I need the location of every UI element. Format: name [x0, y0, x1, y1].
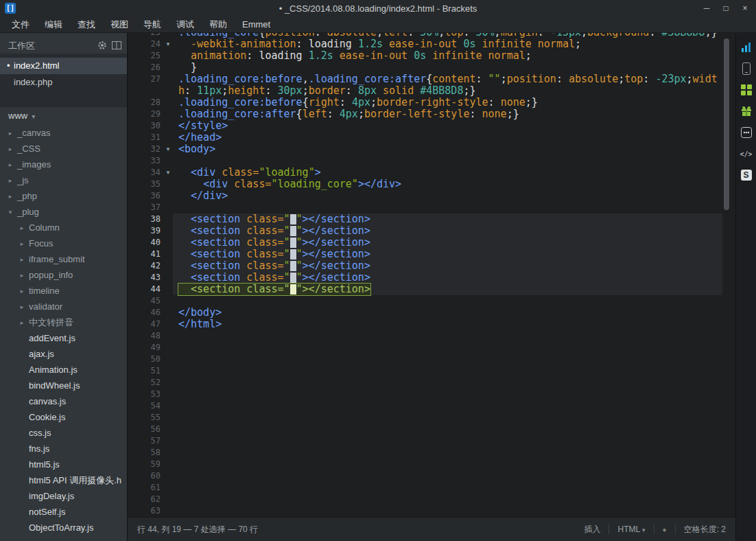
code-line[interactable]: 41 <section class=""></section>	[128, 249, 735, 260]
project-dropdown[interactable]: www▾	[0, 107, 127, 125]
tree-file-item[interactable]: canvas.js	[0, 393, 127, 409]
code-line[interactable]: 61	[128, 482, 735, 494]
code-line[interactable]: 55	[128, 412, 735, 424]
tree-folder-item[interactable]: ▸validator	[0, 299, 127, 314]
code-line[interactable]: 30</style>	[128, 120, 735, 132]
menu-find[interactable]: 查找	[70, 16, 103, 33]
code-line[interactable]: 38 <section class=""></section>	[128, 214, 735, 225]
code-line[interactable]: 26 }	[128, 62, 735, 73]
code-line[interactable]: 42 <section class=""></section>	[128, 260, 735, 272]
code-line[interactable]: 39 <section class=""></section>	[128, 225, 735, 237]
code-line[interactable]: 56	[128, 424, 735, 435]
tree-folder-item[interactable]: ▸Focus	[0, 235, 127, 251]
code-line[interactable]: 47</html>	[128, 319, 735, 330]
disclosure-triangle-icon[interactable]: ▸	[19, 240, 25, 247]
code-line[interactable]: 37	[128, 202, 735, 214]
snippets-icon[interactable]: S	[740, 169, 753, 181]
code-line[interactable]: 35 <div class="loading_core"></div>	[128, 179, 735, 190]
maximize-button[interactable]: □	[716, 0, 735, 16]
code-tag-icon[interactable]: </>	[740, 148, 753, 160]
code-line[interactable]: 29.loading_core:after{left: 4px;border-l…	[128, 108, 735, 120]
code-line[interactable]: 60	[128, 470, 735, 482]
tree-folder-item[interactable]: ▸_php	[0, 188, 127, 204]
tree-folder-item[interactable]: ▸_canvas	[0, 125, 127, 141]
code-line[interactable]: 34▼ <div class="loading">	[128, 167, 735, 179]
code-line[interactable]: 49	[128, 342, 735, 354]
minimize-button[interactable]: ─	[697, 0, 716, 16]
fold-arrow-icon[interactable]: ▼	[163, 38, 173, 50]
code-line[interactable]: 27.loading_core:before,.loading_core:aft…	[128, 73, 735, 97]
code-line[interactable]: 50	[128, 354, 735, 365]
tree-file-item[interactable]: Animation.js	[0, 362, 127, 378]
working-file-item[interactable]: index.php	[0, 74, 127, 91]
close-button[interactable]: ×	[735, 0, 755, 16]
fold-arrow-icon[interactable]: ▼	[163, 143, 173, 155]
code-line[interactable]: 63	[128, 505, 735, 517]
disclosure-triangle-icon[interactable]: ▾	[7, 209, 14, 216]
code-line[interactable]: 45	[128, 295, 735, 307]
code-line[interactable]: 62	[128, 494, 735, 505]
tree-file-item[interactable]: imgDelay.js	[0, 488, 127, 504]
tree-folder-item[interactable]: ▾_plug	[0, 204, 127, 220]
menu-emmet[interactable]: Emmet	[235, 16, 278, 33]
language-selector[interactable]: HTML ▾	[617, 525, 645, 534]
code-line[interactable]: 53	[128, 389, 735, 400]
code-line[interactable]: 28.loading_core:before{right: 4px;border…	[128, 97, 735, 108]
tree-file-item[interactable]: ObjectToArray.js	[0, 520, 127, 536]
extensions-grid-icon[interactable]	[740, 84, 753, 96]
tree-file-item[interactable]: bindWheel.js	[0, 378, 127, 393]
code-line[interactable]: 57	[128, 435, 735, 447]
disclosure-triangle-icon[interactable]: ▸	[7, 193, 14, 200]
disclosure-triangle-icon[interactable]: ▸	[19, 303, 25, 310]
tree-folder-item[interactable]: ▸timeline	[0, 283, 127, 299]
tree-folder-item[interactable]: ▸iframe_submit	[0, 251, 127, 267]
package-icon[interactable]	[740, 126, 753, 139]
disclosure-triangle-icon[interactable]: ▸	[7, 177, 14, 184]
code-line[interactable]: 52	[128, 377, 735, 389]
insert-mode-indicator[interactable]: 插入	[584, 524, 600, 536]
disclosure-triangle-icon[interactable]: ▸	[7, 130, 14, 137]
code-line[interactable]: 46</body>	[128, 307, 735, 319]
menu-view[interactable]: 视图	[103, 16, 136, 33]
phone-icon[interactable]	[740, 62, 753, 75]
tree-file-item[interactable]: addEvent.js	[0, 330, 127, 346]
code-line[interactable]: 58	[128, 447, 735, 459]
gift-icon[interactable]	[740, 105, 753, 117]
tree-file-item[interactable]: ajax.js	[0, 346, 127, 362]
disclosure-triangle-icon[interactable]: ▸	[7, 161, 14, 168]
working-file-item[interactable]: •index2.html	[0, 58, 127, 74]
chart-icon[interactable]	[740, 41, 753, 54]
menu-help[interactable]: 帮助	[202, 16, 235, 33]
code-editor[interactable]: 23.loading_core{position: absolute;left:…	[128, 33, 735, 517]
scrollbar-thumb[interactable]	[724, 38, 729, 210]
disclosure-triangle-icon[interactable]: ▸	[19, 319, 25, 326]
code-line[interactable]: 31</head>	[128, 132, 735, 143]
editor-scrollbar[interactable]	[722, 33, 731, 517]
code-line[interactable]: 36 </div>	[128, 190, 735, 202]
tree-folder-item[interactable]: ▸popup_info	[0, 267, 127, 283]
code-line[interactable]: 54	[128, 400, 735, 412]
code-line[interactable]: 51	[128, 365, 735, 377]
disclosure-triangle-icon[interactable]: ▸	[19, 272, 25, 279]
indent-value[interactable]: 2	[721, 525, 726, 534]
tree-file-item[interactable]: html5 API 调用摄像头.h	[0, 472, 127, 488]
menu-navigate[interactable]: 导航	[136, 16, 169, 33]
tree-folder-item[interactable]: ▸_js	[0, 172, 127, 188]
split-view-icon[interactable]	[112, 41, 121, 51]
code-line[interactable]: 40 <section class=""></section>	[128, 237, 735, 249]
code-line[interactable]: 59	[128, 459, 735, 470]
menu-edit[interactable]: 编辑	[37, 16, 70, 33]
tree-folder-item[interactable]: ▸_CSS	[0, 141, 127, 157]
code-line[interactable]: 32▼<body>	[128, 143, 735, 155]
disclosure-triangle-icon[interactable]: ▸	[19, 225, 25, 231]
code-line[interactable]: 33	[128, 155, 735, 167]
tree-folder-item[interactable]: ▸中文转拼音	[0, 314, 127, 330]
tree-folder-item[interactable]: ▸Column	[0, 220, 127, 235]
lint-status-icon[interactable]: ●	[663, 526, 667, 533]
code-line[interactable]: 24▼ -webkit-animation: loading 1.2s ease…	[128, 38, 735, 50]
gear-icon[interactable]	[97, 41, 107, 52]
code-line[interactable]: 25 animation: loading 1.2s ease-in-out 0…	[128, 50, 735, 62]
tree-file-item[interactable]: html5.js	[0, 457, 127, 472]
tree-file-item[interactable]: notSelf.js	[0, 504, 127, 520]
indent-size-setting[interactable]: 空格长度: 2	[684, 524, 726, 536]
